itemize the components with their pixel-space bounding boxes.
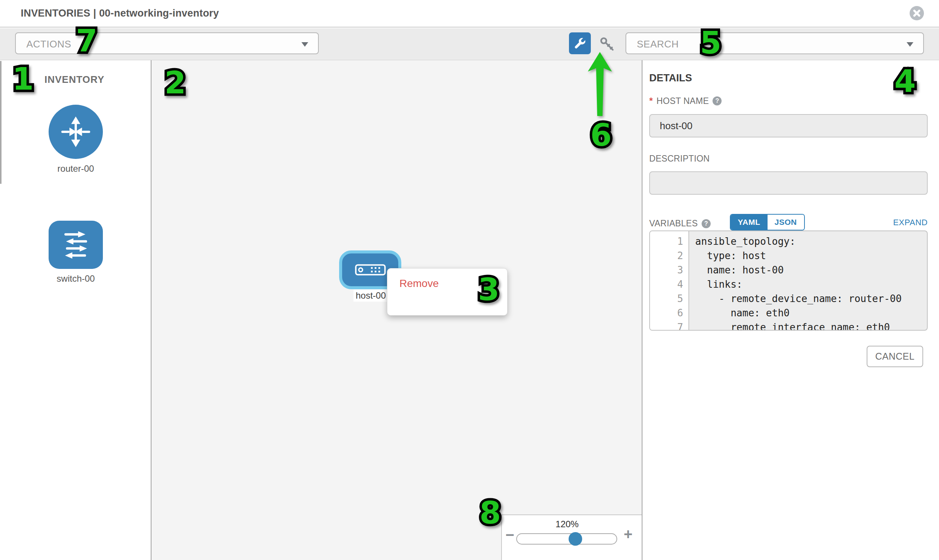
search-dropdown[interactable]: SEARCH: [626, 32, 924, 54]
code-line: name: host-00: [695, 263, 927, 277]
header: INVENTORIES | 00-networking-inventory: [0, 0, 939, 28]
line-number: 7: [650, 320, 688, 331]
variables-label-row: VARIABLES ?: [649, 218, 711, 229]
sidebar-device-switch[interactable]: switch-00: [0, 221, 151, 284]
wrench-icon: [574, 37, 586, 50]
sidebar-title: INVENTORY: [45, 74, 104, 86]
code-line: - remote_device_name: router-00: [695, 291, 927, 306]
chevron-down-icon: [301, 42, 308, 47]
toolbar: ACTIONS SEARCH: [0, 28, 939, 60]
help-icon[interactable]: ?: [702, 219, 711, 228]
variables-label: VARIABLES: [649, 218, 698, 229]
host-name-field[interactable]: [649, 114, 928, 137]
editor-line-numbers: 1 2 3 4 5 6 7: [650, 231, 689, 330]
toggle-json[interactable]: JSON: [768, 215, 804, 230]
variables-code-editor[interactable]: 1 2 3 4 5 6 7 ansible_topology: type: ho…: [649, 231, 928, 331]
close-button[interactable]: [910, 6, 924, 20]
required-marker: *: [649, 95, 653, 106]
code-line: ansible_topology:: [695, 234, 927, 249]
sidebar-device-router[interactable]: router-00: [0, 105, 151, 174]
zoom-slider-track[interactable]: [516, 533, 617, 545]
line-number: 2: [650, 249, 688, 263]
line-number: 6: [650, 306, 688, 320]
toolbar-key-button[interactable]: [598, 35, 617, 54]
details-panel-title: DETAILS: [649, 72, 692, 84]
page-title: INVENTORIES | 00-networking-inventory: [21, 8, 219, 19]
cancel-button[interactable]: CANCEL: [867, 346, 923, 367]
device-label: switch-00: [0, 274, 151, 284]
line-number: 4: [650, 277, 688, 291]
code-line: remote_interface_name: eth0: [695, 320, 927, 331]
switch-icon: [49, 221, 103, 269]
help-icon[interactable]: ?: [712, 96, 722, 105]
details-panel: DETAILS * HOST NAME ? DESCRIPTION VARIAB…: [643, 60, 939, 560]
close-icon: [910, 6, 924, 20]
line-number: 1: [650, 234, 688, 249]
host-node-label: host-00: [353, 289, 388, 302]
description-label: DESCRIPTION: [649, 154, 709, 164]
zoom-level-label: 120%: [516, 519, 618, 529]
actions-dropdown-label: ACTIONS: [26, 38, 71, 50]
code-line: type: host: [695, 249, 927, 263]
line-number: 3: [650, 263, 688, 277]
zoom-slider-thumb[interactable]: [569, 532, 582, 546]
description-field[interactable]: [649, 171, 928, 195]
inventory-topology-screen: INVENTORIES | 00-networking-inventory AC…: [0, 0, 939, 560]
host-name-label-row: * HOST NAME ?: [649, 95, 722, 106]
zoom-out-button[interactable]: −: [504, 527, 515, 542]
node-context-menu: Details Remove: [387, 268, 507, 315]
router-icon: [49, 105, 103, 159]
key-icon: [598, 35, 617, 54]
zoom-in-button[interactable]: +: [622, 526, 635, 542]
actions-dropdown[interactable]: ACTIONS: [15, 32, 319, 54]
description-label-row: DESCRIPTION: [649, 154, 709, 164]
editor-code: ansible_topology: type: host name: host-…: [689, 231, 927, 330]
host-name-label: HOST NAME: [657, 96, 709, 106]
toggle-yaml[interactable]: YAML: [731, 215, 768, 230]
host-icon: [355, 264, 386, 276]
inventory-sidebar: INVENTORY router-00: [0, 60, 151, 560]
code-line: links:: [695, 277, 927, 291]
device-label: router-00: [0, 163, 151, 174]
topology-canvas[interactable]: host-00 Details Remove 120% − +: [151, 60, 643, 560]
code-line: name: eth0: [695, 306, 927, 320]
variables-format-toggle: YAML JSON: [730, 214, 805, 231]
menu-item-remove[interactable]: Remove: [399, 275, 507, 292]
chevron-down-icon: [907, 42, 913, 47]
search-dropdown-label: SEARCH: [637, 38, 678, 50]
zoom-control-panel: 120% − +: [501, 514, 642, 560]
toolbar-tools-button[interactable]: [569, 32, 591, 54]
expand-link[interactable]: EXPAND: [893, 218, 928, 228]
line-number: 5: [650, 291, 688, 306]
